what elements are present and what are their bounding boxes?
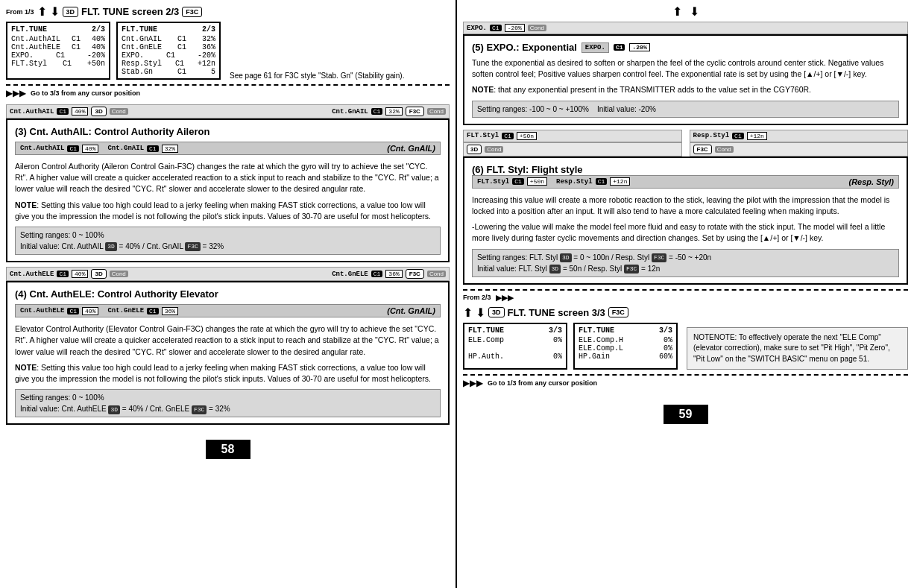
- note33: NOTENOTE: To effectively operate the nex…: [687, 327, 908, 370]
- section3-sub-header: Cnt.AuthAIL C1 40% Cnt.GnAIL C1 32% (Cnt…: [15, 142, 441, 155]
- s3-left-label: Cnt.AuthAIL: [10, 108, 54, 116]
- s4-sub-right-ch: C1: [147, 308, 159, 314]
- s6-sub-right-ch: C1: [596, 178, 608, 185]
- up-arrow-33-icon: ⬆: [463, 306, 473, 320]
- down-arrow-right-icon: ⬇: [690, 4, 699, 19]
- badge-f3c-top: F3C: [182, 7, 202, 17]
- s3-sub-right-val: 32%: [162, 145, 178, 153]
- s4-setting-f3c: F3C: [192, 405, 207, 414]
- from-label-33: From 2/3 ▶▶▶: [463, 289, 908, 303]
- styl-cond-f3c: Cond: [715, 146, 734, 153]
- section6-body2: -Lowering the value will make the model …: [472, 221, 899, 244]
- flt-tune-title-left: FLT.TUNE: [11, 25, 47, 34]
- flt-tune-title-right: FLT.TUNE: [122, 25, 157, 34]
- arrow-right-icon: ▶▶▶: [6, 88, 26, 98]
- section5-settings: Setting ranges: -100 ~ 0 ~ +100% Initial…: [472, 101, 899, 118]
- s3-right-val: 32%: [385, 107, 402, 116]
- right-page: ⬆ ⬇ EXPO. C1 -20% Cond (5) EXPO.: Expone…: [457, 0, 914, 588]
- s3-sub-right-ch: C1: [147, 145, 159, 152]
- section3-note: NOTE: Setting this value too high could …: [15, 200, 441, 222]
- s4-left-ch: C1: [57, 271, 69, 277]
- s6-sub-left-ch: C1: [512, 178, 524, 185]
- s4-right-label: Cnt.GnELE: [332, 271, 368, 278]
- s4-left-label: Cnt.AuthELE: [10, 271, 54, 278]
- down-arrow-icon: ⬇: [50, 4, 60, 19]
- section3-settings: Setting ranges: 0 ~ 100% Initial value: …: [15, 227, 441, 255]
- screen-title-left: FLT. TUNE screen 2/3: [81, 6, 179, 17]
- flt-tune-33-right: FLT.TUNE 3/3 ELE.Comp.H0% ELE.Comp.L0% H…: [573, 323, 678, 370]
- s4-sub-left-ch: C1: [67, 308, 79, 314]
- s3-badge-f3c: F3C: [406, 107, 424, 116]
- s5-expo-label: EXPO.: [582, 42, 609, 53]
- styl-right-label: Resp.Styl: [693, 132, 730, 139]
- s4-badge-3d: 3D: [91, 269, 106, 279]
- styl-right-ch: C1: [732, 133, 744, 139]
- s4-cond2: Cond: [427, 271, 446, 277]
- page-number-left: 58: [206, 440, 250, 459]
- section4-title: (4) Cnt. AuthELE: Control Authority Elev…: [15, 288, 441, 300]
- flt-tune-33-left-title: FLT.TUNE: [468, 326, 504, 335]
- section6-sub-header: FLT.Styl C1 +50n Resp.Styl C1 +12n (Resp…: [472, 175, 899, 189]
- goto-text-33: Go to 1/3 from any cursor position: [488, 379, 597, 387]
- s6-3d-badge: 3D: [560, 253, 572, 262]
- page-container: From 1/3 ⬆ ⬇ 3D FLT. TUNE screen 2/3 F3C…: [0, 0, 914, 588]
- down-arrow-33-icon: ⬇: [476, 306, 485, 320]
- s3-sub-left-ch: C1: [67, 145, 79, 152]
- section4-sub-header: Cnt.AuthELE C1 40% Cnt.GnELE C1 36% (Cnt…: [15, 304, 441, 317]
- s3-cond2: Cond: [427, 108, 446, 115]
- badge-f3c-33: F3C: [608, 307, 628, 317]
- s3-sub-right-label: Cnt.GnAIL: [107, 145, 144, 152]
- section5-title: (5) EXPO.: Exponential EXPO. C1 -20%: [472, 42, 899, 53]
- from-label-left: From 1/3: [6, 8, 34, 16]
- s4-right-ch: C1: [371, 271, 383, 277]
- s3-italic-label: (Cnt. GnAIL): [387, 144, 435, 153]
- s3-setting-f3c: F3C: [185, 242, 200, 251]
- section3-title: (3) Cnt. AuthAIL: Control Authority Aile…: [15, 126, 441, 137]
- flt-tune-33-left-ver: 3/3: [549, 326, 562, 335]
- section3-content: (3) Cnt. AuthAIL: Control Authority Aile…: [6, 118, 450, 262]
- styl-right-header: Resp.Styl C1 +12n: [690, 130, 909, 142]
- arrow-right-33-icon: ▶▶▶: [496, 293, 514, 303]
- s4-sub-right-label: Cnt.GnELE: [107, 307, 144, 314]
- page-number-right: 59: [664, 405, 708, 424]
- s6-italic-label: (Resp. Styl): [848, 177, 894, 186]
- s4-sub-left-val: 40%: [82, 307, 98, 315]
- expo-ch: C1: [490, 25, 502, 31]
- s3-cond1: Cond: [110, 108, 128, 115]
- styl-right-val: +12n: [747, 132, 767, 140]
- section4-note: NOTE: Setting this value too high could …: [15, 362, 441, 385]
- expo-val: -20%: [505, 24, 525, 32]
- badge-3d-33: 3D: [488, 307, 505, 317]
- styl-3d-badge: 3D: [467, 145, 482, 154]
- section4-body: Elevator Control Authority (Elevator Con…: [15, 323, 441, 358]
- flt-tune-box-left: FLT.TUNE 2/3 Cnt.AuthAILC140% Cnt.AuthEL…: [6, 22, 110, 80]
- styl-f3c-badge: F3C: [693, 145, 712, 154]
- s3-sub-left-val: 40%: [82, 145, 98, 153]
- s5-expo-ch: C1: [614, 44, 625, 51]
- s4-sub-right-val: 36%: [162, 307, 178, 315]
- section6-settings: Setting ranges: FLT. Styl 3D = 0 ~ 100n …: [472, 249, 899, 277]
- s4-sub-left-label: Cnt.AuthELE: [20, 307, 64, 314]
- s5-expo-val: -20%: [629, 43, 649, 51]
- flt-tune-version-right: 2/3: [202, 25, 215, 34]
- section5-note: NOTE: that any exponential present in th…: [472, 84, 899, 95]
- flt-tune-version-left: 2/3: [92, 25, 105, 34]
- top-nav-left: From 1/3 ⬆ ⬇ 3D FLT. TUNE screen 2/3 F3C: [6, 4, 450, 19]
- section6-body1: Increasing this value will create a more…: [472, 195, 899, 217]
- flt-tune-33-right-ver: 3/3: [659, 326, 672, 335]
- s6-sub-left-label: FLT.Styl: [477, 178, 509, 186]
- s6-f3c-init: F3C: [624, 265, 639, 274]
- s3-left-ch: C1: [57, 108, 69, 115]
- s6-f3c-badge: F3C: [652, 253, 666, 262]
- flt-tune-boxes-left: FLT.TUNE 2/3 Cnt.AuthAILC140% Cnt.AuthEL…: [6, 22, 450, 80]
- flt-tune-boxes-33: FLT.TUNE 3/3 ELE.Comp0% HP.Auth.0% FLT.T…: [463, 323, 908, 370]
- note33-container: NOTENOTE: To effectively operate the nex…: [684, 323, 908, 370]
- screen-title-33: FLT. TUNE screen 3/3: [508, 307, 605, 318]
- s3-right-label: Cnt.GnAIL: [332, 108, 368, 116]
- expo-cond: Cond: [528, 25, 546, 31]
- styl-left-val: +50n: [517, 132, 537, 140]
- goto-nav-33: ▶▶▶ Go to 1/3 from any cursor position: [463, 374, 908, 388]
- goto-text-left: Go to 3/3 from any cursor position: [31, 89, 140, 97]
- section6-content: (6) FLT. Styl: Flight style FLT.Styl C1 …: [463, 157, 908, 285]
- s4-right-val: 36%: [385, 270, 402, 278]
